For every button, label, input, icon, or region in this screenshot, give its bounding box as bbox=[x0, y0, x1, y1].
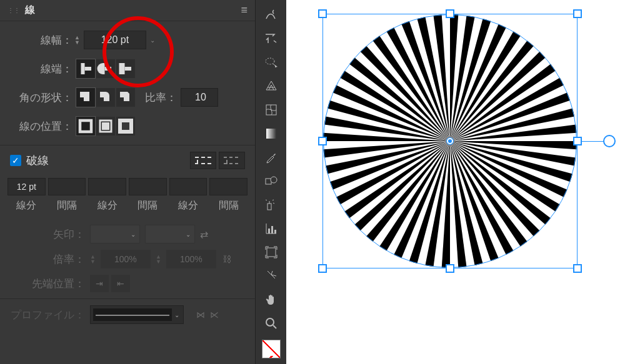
symbol-sprayer-icon[interactable] bbox=[259, 194, 284, 216]
svg-rect-17 bbox=[271, 226, 273, 234]
flip-horizontal-icon[interactable]: ⋈ bbox=[196, 310, 205, 320]
arrow-row: 矢印： ⌄ ⌄ ⇄ bbox=[10, 225, 245, 243]
hand-icon[interactable] bbox=[259, 288, 284, 311]
corner-round-button[interactable] bbox=[96, 88, 115, 107]
align-row: 線の位置： bbox=[10, 116, 245, 136]
gap-value-3[interactable] bbox=[209, 178, 248, 195]
profile-row: プロファイル： ⌄ ⋈ ⋉ bbox=[10, 305, 245, 324]
svg-rect-0 bbox=[81, 63, 85, 74]
svg-rect-9 bbox=[122, 122, 129, 130]
slice-icon[interactable] bbox=[259, 265, 284, 287]
align-outside-button[interactable] bbox=[116, 117, 135, 135]
arrow-start-dropdown[interactable]: ⌄ bbox=[90, 225, 140, 243]
chevron-down-icon: ⌄ bbox=[186, 231, 194, 238]
scale-input-2[interactable]: 100% bbox=[166, 250, 216, 268]
ratio-input[interactable]: 10 bbox=[181, 88, 218, 107]
handle-bottom-left[interactable] bbox=[318, 264, 327, 273]
corner-bevel-button[interactable] bbox=[116, 88, 135, 107]
svg-rect-16 bbox=[268, 229, 270, 234]
scale-input-1[interactable]: 100% bbox=[101, 250, 151, 268]
dash-grid: 12 pt bbox=[8, 178, 248, 195]
handle-top-mid[interactable] bbox=[446, 9, 454, 18]
handle-bottom-mid[interactable] bbox=[446, 264, 454, 273]
tip-row: 先端位置： ⇥ ⇤ bbox=[10, 275, 245, 292]
selection-bounding-box[interactable] bbox=[322, 14, 578, 268]
panel-drag-icon[interactable]: ⋮⋮ bbox=[8, 7, 20, 14]
canvas-area[interactable] bbox=[286, 0, 640, 364]
zoom-icon[interactable] bbox=[259, 312, 284, 335]
perspective-icon[interactable] bbox=[259, 75, 284, 97]
stroke-panel: ⋮⋮ 線 ≡ 線幅： ▲▼ 120 pt ⌄ 線端： 角の形状： bbox=[0, 0, 255, 364]
curvature-tool-icon[interactable] bbox=[259, 4, 284, 26]
svg-point-20 bbox=[266, 318, 274, 326]
tip-extend-button[interactable]: ⇥ bbox=[90, 275, 109, 292]
blend-icon[interactable] bbox=[259, 170, 284, 192]
dash-sublabel-4: 間隔 bbox=[129, 199, 167, 212]
dash-sublabel-5: 線分 bbox=[169, 199, 208, 212]
handle-mid-left[interactable] bbox=[318, 137, 327, 145]
align-center-button[interactable] bbox=[76, 117, 95, 135]
tip-label: 先端位置： bbox=[10, 277, 85, 291]
chevron-down-icon: ⌄ bbox=[131, 231, 139, 238]
svg-rect-5 bbox=[80, 121, 91, 132]
handle-bottom-right[interactable] bbox=[573, 264, 582, 273]
stroke-weight-input[interactable]: 120 pt bbox=[84, 31, 146, 49]
weight-spinner[interactable]: ▲▼ bbox=[74, 35, 80, 45]
svg-point-10 bbox=[266, 58, 274, 64]
gradient-icon[interactable] bbox=[259, 122, 284, 145]
scale-row: 倍率： ▲▼ 100% ▲▼ 100% ⛓ bbox=[10, 250, 245, 268]
eyedropper-icon[interactable] bbox=[259, 146, 284, 169]
dash-sublabel-6: 間隔 bbox=[209, 199, 248, 212]
graph-icon[interactable] bbox=[259, 217, 284, 240]
fill-stroke-swatch[interactable] bbox=[262, 340, 281, 358]
artboard-icon[interactable] bbox=[259, 241, 284, 263]
dash-value-3[interactable] bbox=[169, 178, 208, 195]
cap-round-button[interactable] bbox=[96, 59, 115, 78]
panel-title: 線 bbox=[25, 4, 35, 17]
profile-dropdown[interactable]: ⌄ bbox=[90, 305, 184, 324]
handle-top-right[interactable] bbox=[573, 9, 582, 18]
panel-menu-icon[interactable]: ≡ bbox=[241, 4, 248, 17]
dash-value-1[interactable]: 12 pt bbox=[8, 178, 46, 195]
arrow-end-dropdown[interactable]: ⌄ bbox=[145, 225, 195, 243]
stroke-weight-label: 線幅： bbox=[10, 33, 72, 47]
handle-top-left[interactable] bbox=[318, 9, 327, 18]
svg-rect-19 bbox=[267, 248, 276, 257]
tools-toolbar bbox=[255, 0, 286, 364]
svg-rect-4 bbox=[125, 67, 132, 71]
svg-rect-7 bbox=[102, 122, 109, 130]
handle-mid-right[interactable] bbox=[573, 137, 582, 145]
svg-rect-1 bbox=[85, 67, 92, 71]
scale-spinner-2[interactable]: ▲▼ bbox=[156, 254, 161, 264]
cap-row: 線端： bbox=[10, 59, 245, 79]
corner-miter-button[interactable] bbox=[76, 88, 95, 107]
dash-align-corners-button[interactable] bbox=[219, 152, 245, 169]
lasso-icon[interactable] bbox=[259, 27, 284, 50]
flip-vertical-icon[interactable]: ⋉ bbox=[210, 310, 219, 320]
cap-projecting-button[interactable] bbox=[116, 59, 135, 78]
scale-label: 倍率： bbox=[10, 252, 85, 267]
dash-sublabel-1: 線分 bbox=[8, 199, 46, 212]
dash-label: 破線 bbox=[26, 153, 49, 168]
mesh-icon[interactable] bbox=[259, 99, 284, 121]
tip-inside-button[interactable]: ⇤ bbox=[111, 275, 130, 292]
dash-preserve-exact-button[interactable] bbox=[190, 152, 216, 169]
gap-value-2[interactable] bbox=[129, 178, 167, 195]
magic-wand-icon[interactable] bbox=[259, 51, 284, 74]
gap-value-1[interactable] bbox=[48, 178, 86, 195]
svg-rect-3 bbox=[119, 63, 125, 74]
cap-butt-button[interactable] bbox=[76, 59, 95, 78]
dash-value-2[interactable] bbox=[88, 178, 126, 195]
swap-arrows-icon[interactable]: ⇄ bbox=[200, 229, 208, 240]
align-inside-button[interactable] bbox=[96, 117, 115, 135]
weight-dropdown-icon[interactable]: ⌄ bbox=[150, 37, 155, 44]
dash-checkbox[interactable]: ✓ bbox=[10, 155, 21, 166]
link-scale-icon[interactable]: ⛓ bbox=[222, 254, 231, 264]
center-point[interactable] bbox=[447, 138, 453, 144]
stroke-weight-row: 線幅： ▲▼ 120 pt ⌄ bbox=[10, 30, 245, 50]
dash-sublabel-3: 線分 bbox=[88, 199, 126, 212]
scale-spinner-1[interactable]: ▲▼ bbox=[90, 254, 96, 264]
rotate-handle[interactable] bbox=[604, 136, 614, 146]
profile-preview bbox=[93, 308, 172, 321]
svg-rect-15 bbox=[268, 204, 271, 210]
